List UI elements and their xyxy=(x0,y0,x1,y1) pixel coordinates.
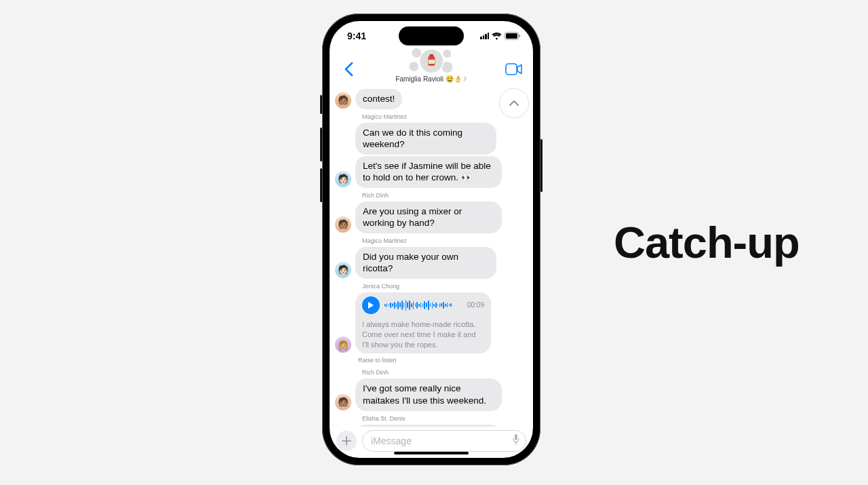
home-indicator xyxy=(394,452,469,454)
svg-rect-6 xyxy=(506,64,517,75)
svg-rect-4 xyxy=(428,60,434,64)
message-bubble[interactable]: Are you using a mixer or working by hand… xyxy=(355,201,502,233)
cellular-icon xyxy=(480,33,489,39)
input-placeholder: iMessage xyxy=(371,435,412,446)
svg-rect-5 xyxy=(429,54,433,57)
message-bubble[interactable]: No spoilers! May each bite of ravioli be… xyxy=(355,425,502,427)
chat-header[interactable]: Famiglia Ravioli 🤤👌 xyxy=(395,48,467,83)
avatar: 🧑🏽 xyxy=(335,216,351,233)
message-row: 🧑🏽 Are you using a mixer or working by h… xyxy=(335,201,528,233)
plus-icon xyxy=(342,436,351,446)
chevron-up-icon xyxy=(509,100,519,106)
chat-name: Famiglia Ravioli 🤤👌 xyxy=(395,75,461,83)
avatar: 🧑🏻 xyxy=(335,262,351,278)
wifi-icon xyxy=(492,33,502,40)
nav-bar: Famiglia Ravioli 🤤👌 xyxy=(330,51,533,88)
message-bubble[interactable]: Did you make your own ricotta? xyxy=(355,247,496,279)
message-bubble[interactable]: contest! xyxy=(355,89,402,109)
microphone-icon xyxy=(512,433,520,446)
svg-rect-7 xyxy=(515,434,517,440)
chevron-right-icon xyxy=(464,76,467,83)
sender-label: Elisha St. Denis xyxy=(362,415,528,422)
message-bubble[interactable]: I've got some really nice maitakes I'll … xyxy=(355,379,502,410)
waveform[interactable] xyxy=(384,298,462,312)
dynamic-island xyxy=(399,26,464,45)
sender-label: Jenica Chong xyxy=(362,283,528,290)
message-list[interactable]: 🧑🏽 contest! Magico Martinez 🧑🏻 Can we do… xyxy=(330,88,533,427)
side-button xyxy=(320,95,322,114)
avatar: 🧑🏽 xyxy=(335,394,351,410)
message-bubble[interactable]: Can we do it this coming weekend? xyxy=(355,123,496,155)
dictation-button[interactable] xyxy=(512,433,520,448)
play-button[interactable] xyxy=(362,296,380,314)
sender-label: Magico Martinez xyxy=(362,113,528,120)
avatar xyxy=(420,50,443,73)
audio-message-bubble[interactable]: 00:09 I always make home-made ricotta. C… xyxy=(355,292,491,354)
phone-frame: 9:41 xyxy=(322,14,540,465)
message-row: 🧑🏻 Did you make your own ricotta? xyxy=(335,247,528,279)
message-input[interactable]: iMessage xyxy=(362,430,526,452)
volume-down-button xyxy=(320,168,322,202)
video-icon xyxy=(505,63,523,75)
avatar xyxy=(443,50,451,58)
phone-screen: 9:41 xyxy=(330,21,533,458)
avatar xyxy=(409,62,418,71)
audio-duration: 00:09 xyxy=(467,301,484,309)
raise-to-listen-label: Raise to listen xyxy=(358,357,528,364)
volume-up-button xyxy=(320,128,322,161)
play-icon xyxy=(368,301,374,309)
catch-up-button[interactable] xyxy=(499,88,529,118)
battery-icon xyxy=(505,32,521,40)
feature-headline: Catch-up xyxy=(614,217,800,268)
message-bubble[interactable]: Let's see if Jasmine will be able to hol… xyxy=(355,156,502,188)
avatar xyxy=(412,48,421,58)
avatar: 👩🏼 xyxy=(335,336,351,353)
message-row: 👩🏼 00:09 I always make home-made ricotta… xyxy=(335,292,528,354)
svg-rect-2 xyxy=(519,35,521,37)
group-avatar-cluster xyxy=(402,48,460,74)
power-button xyxy=(540,139,542,192)
avatar: 🧑🏽 xyxy=(335,92,351,109)
avatar xyxy=(441,62,452,73)
facetime-button[interactable] xyxy=(502,57,526,81)
avatar: 🧑🏻 xyxy=(335,171,351,187)
status-time: 9:41 xyxy=(347,31,366,41)
audio-transcript: I always make home-made ricotta. Come ov… xyxy=(362,317,484,350)
sender-label: Rich Dinh xyxy=(362,192,528,199)
back-button[interactable] xyxy=(336,57,361,81)
message-row: 🧑🏽 I've got some really nice maitakes I'… xyxy=(335,379,528,410)
sender-label: Magico Martinez xyxy=(362,237,528,244)
chevron-left-icon xyxy=(344,62,353,77)
sender-label: Rich Dinh xyxy=(362,369,528,376)
add-attachment-button[interactable] xyxy=(336,431,357,451)
svg-rect-1 xyxy=(506,33,517,39)
message-row: 🧑🏻 Can we do it this coming weekend? Let… xyxy=(335,123,528,188)
